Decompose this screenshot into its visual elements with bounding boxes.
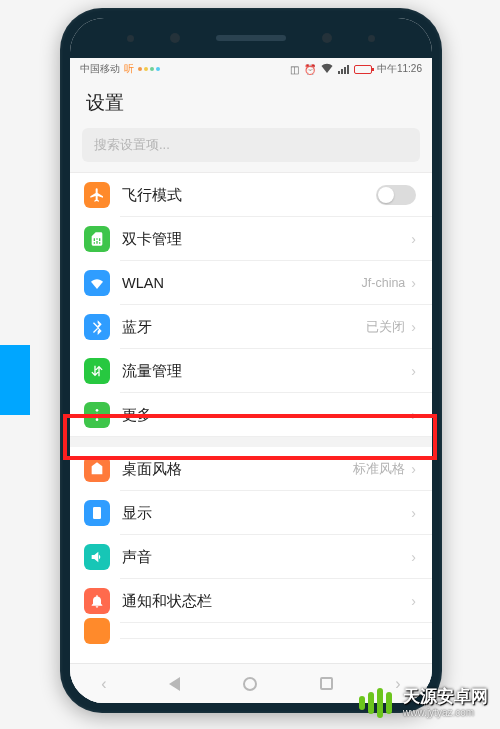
alarm-icon: ⏰ [304, 64, 316, 75]
watermark-banner: 天源安卓网 www.jytyaz.com [0, 677, 500, 729]
watermark-url: www.jytyaz.com [403, 707, 474, 719]
row-partial[interactable] [70, 623, 432, 639]
row-wlan[interactable]: WLAN Jf-china › [70, 261, 432, 305]
phone-sensor-bar [70, 18, 432, 58]
row-label: 桌面风格 [122, 460, 353, 479]
chevron-right-icon: › [411, 275, 416, 291]
row-dual-sim[interactable]: 双卡管理 › [70, 217, 432, 261]
watermark-title: 天源安卓网 [403, 687, 488, 707]
sound-icon [84, 544, 110, 570]
chevron-right-icon: › [411, 461, 416, 477]
phone-screen: 中国移动 听 ◫ ⏰ [70, 18, 432, 703]
more-icon [84, 402, 110, 428]
row-label: 蓝牙 [122, 318, 366, 337]
vibrate-icon: ◫ [290, 64, 299, 75]
row-label: 通知和状态栏 [122, 592, 411, 611]
status-bar: 中国移动 听 ◫ ⏰ [70, 58, 432, 80]
carrier-extra: 听 [124, 62, 134, 76]
sim-icon [84, 226, 110, 252]
svg-point-0 [96, 409, 99, 412]
svg-point-2 [96, 418, 99, 421]
chevron-right-icon: › [411, 549, 416, 565]
row-data-usage[interactable]: 流量管理 › [70, 349, 432, 393]
airplane-toggle[interactable] [376, 185, 416, 205]
row-bluetooth[interactable]: 蓝牙 已关闭 › [70, 305, 432, 349]
watermark-logo-icon [359, 686, 393, 720]
row-notifications[interactable]: 通知和状态栏 › [70, 579, 432, 623]
chevron-right-icon: › [411, 319, 416, 335]
battery-icon [354, 65, 372, 74]
row-label: 更多 [122, 406, 411, 425]
row-airplane-mode[interactable]: 飞行模式 [70, 173, 432, 217]
chevron-right-icon: › [411, 363, 416, 379]
chevron-right-icon: › [411, 505, 416, 521]
page-header: 设置 [70, 80, 432, 122]
search-placeholder: 搜索设置项... [94, 136, 170, 154]
bluetooth-icon [84, 314, 110, 340]
bell-icon [84, 588, 110, 614]
carrier-label: 中国移动 [80, 62, 120, 76]
search-input[interactable]: 搜索设置项... [82, 128, 420, 162]
display-icon [84, 500, 110, 526]
row-label: 流量管理 [122, 362, 411, 381]
row-sound[interactable]: 声音 › [70, 535, 432, 579]
settings-list: 飞行模式 双卡管理 › WLAN Jf-china › [70, 173, 432, 663]
phone-frame: 中国移动 听 ◫ ⏰ [60, 8, 442, 713]
signal-icon [338, 65, 349, 74]
row-label: 显示 [122, 504, 411, 523]
row-value: 已关闭 [366, 319, 405, 336]
row-value: 标准风格 [353, 461, 405, 478]
row-label: 声音 [122, 548, 411, 567]
theme-icon [84, 456, 110, 482]
row-theme[interactable]: 桌面风格 标准风格 › [70, 447, 432, 491]
partial-icon [84, 618, 110, 644]
chevron-right-icon: › [411, 231, 416, 247]
row-label: 双卡管理 [122, 230, 411, 249]
side-blue-tab [0, 345, 30, 415]
row-display[interactable]: 显示 › [70, 491, 432, 535]
row-label: WLAN [122, 275, 362, 291]
row-label: 飞行模式 [122, 186, 376, 205]
data-icon [84, 358, 110, 384]
page-title: 设置 [86, 90, 416, 116]
row-more[interactable]: 更多 › [70, 393, 432, 437]
airplane-icon [84, 182, 110, 208]
svg-point-1 [96, 414, 99, 417]
chevron-right-icon: › [411, 407, 416, 423]
svg-rect-3 [93, 507, 101, 519]
wifi-icon [84, 270, 110, 296]
chevron-right-icon: › [411, 593, 416, 609]
clock-label: 中午11:26 [377, 62, 422, 76]
section-gap [70, 437, 432, 447]
wifi-status-icon [321, 63, 333, 75]
row-value: Jf-china [362, 276, 406, 290]
